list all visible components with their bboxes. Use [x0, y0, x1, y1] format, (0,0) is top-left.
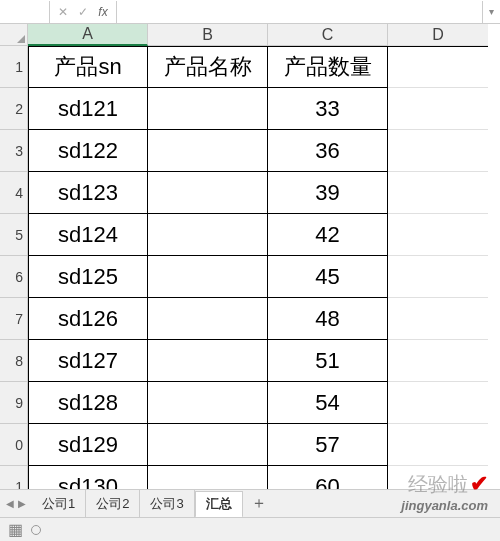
- cell-B[interactable]: [148, 88, 268, 130]
- cell-B[interactable]: [148, 130, 268, 172]
- cell-C[interactable]: 33: [268, 88, 388, 130]
- table-row: 4sd12339: [0, 172, 500, 214]
- table-row: 8sd12751: [0, 340, 500, 382]
- sheet-tab[interactable]: 汇总: [195, 491, 243, 518]
- spreadsheet-grid: A B C D 1产品sn产品名称产品数量2sd121333sd122364sd…: [0, 24, 500, 508]
- select-all-corner[interactable]: [0, 24, 28, 46]
- sheet-tab[interactable]: 公司2: [86, 490, 140, 517]
- row-header[interactable]: 2: [0, 88, 28, 130]
- cell-A[interactable]: sd128: [28, 382, 148, 424]
- cell-C[interactable]: 36: [268, 130, 388, 172]
- cell-B[interactable]: 产品名称: [148, 46, 268, 88]
- tab-next-icon[interactable]: ▶: [18, 498, 26, 509]
- tab-nav: ◀ ▶: [0, 498, 32, 509]
- row-header[interactable]: 0: [0, 424, 28, 466]
- formula-bar: ✕ ✓ fx ▾: [0, 0, 500, 24]
- cell-C[interactable]: 39: [268, 172, 388, 214]
- table-row: 6sd12545: [0, 256, 500, 298]
- cell-D[interactable]: [388, 130, 488, 172]
- check-icon[interactable]: ✓: [76, 5, 90, 19]
- cell-C[interactable]: 57: [268, 424, 388, 466]
- table-row: 0sd12957: [0, 424, 500, 466]
- formula-input[interactable]: [117, 1, 482, 23]
- cell-A[interactable]: sd121: [28, 88, 148, 130]
- table-row: 1产品sn产品名称产品数量: [0, 46, 500, 88]
- sheet-tabs: 公司1公司2公司3汇总: [32, 490, 243, 517]
- sheet-tab[interactable]: 公司3: [140, 490, 194, 517]
- col-header-A[interactable]: A: [28, 24, 148, 46]
- cell-B[interactable]: [148, 172, 268, 214]
- cell-A[interactable]: sd126: [28, 298, 148, 340]
- cell-B[interactable]: [148, 424, 268, 466]
- cell-A[interactable]: sd125: [28, 256, 148, 298]
- cell-A[interactable]: sd123: [28, 172, 148, 214]
- table-row: 9sd12854: [0, 382, 500, 424]
- sheet-tab-bar: ◀ ▶ 公司1公司2公司3汇总 ＋: [0, 489, 500, 517]
- record-macro-icon[interactable]: [31, 525, 41, 535]
- cell-C[interactable]: 产品数量: [268, 46, 388, 88]
- cancel-icon[interactable]: ✕: [56, 5, 70, 19]
- cell-D[interactable]: [388, 382, 488, 424]
- cell-C[interactable]: 45: [268, 256, 388, 298]
- cell-B[interactable]: [148, 298, 268, 340]
- tab-prev-icon[interactable]: ◀: [6, 498, 14, 509]
- cell-D[interactable]: [388, 256, 488, 298]
- row-header[interactable]: 3: [0, 130, 28, 172]
- table-row: 3sd12236: [0, 130, 500, 172]
- cell-A[interactable]: sd122: [28, 130, 148, 172]
- name-box[interactable]: [0, 1, 50, 23]
- cell-A[interactable]: 产品sn: [28, 46, 148, 88]
- column-headers: A B C D: [0, 24, 500, 46]
- cell-B[interactable]: [148, 340, 268, 382]
- cell-C[interactable]: 54: [268, 382, 388, 424]
- cell-D[interactable]: [388, 88, 488, 130]
- row-header[interactable]: 7: [0, 298, 28, 340]
- cell-D[interactable]: [388, 298, 488, 340]
- cell-C[interactable]: 48: [268, 298, 388, 340]
- cell-C[interactable]: 51: [268, 340, 388, 382]
- table-row: 5sd12442: [0, 214, 500, 256]
- col-header-B[interactable]: B: [148, 24, 268, 46]
- col-header-D[interactable]: D: [388, 24, 488, 46]
- table-row: 7sd12648: [0, 298, 500, 340]
- table-row: 2sd12133: [0, 88, 500, 130]
- row-header[interactable]: 4: [0, 172, 28, 214]
- cell-B[interactable]: [148, 382, 268, 424]
- cell-D[interactable]: [388, 424, 488, 466]
- row-header[interactable]: 9: [0, 382, 28, 424]
- row-header[interactable]: 1: [0, 46, 28, 88]
- cell-D[interactable]: [388, 340, 488, 382]
- cell-B[interactable]: [148, 256, 268, 298]
- formula-bar-buttons: ✕ ✓ fx: [50, 1, 117, 23]
- cell-B[interactable]: [148, 214, 268, 256]
- cell-D[interactable]: [388, 214, 488, 256]
- row-header[interactable]: 5: [0, 214, 28, 256]
- cell-A[interactable]: sd129: [28, 424, 148, 466]
- fx-icon[interactable]: fx: [96, 5, 110, 19]
- expand-formula-icon[interactable]: ▾: [482, 1, 500, 23]
- cell-A[interactable]: sd124: [28, 214, 148, 256]
- row-header[interactable]: 8: [0, 340, 28, 382]
- add-sheet-button[interactable]: ＋: [243, 493, 275, 514]
- cell-D[interactable]: [388, 172, 488, 214]
- ready-icon: ▦: [8, 520, 23, 539]
- cell-D[interactable]: [388, 46, 488, 88]
- row-header[interactable]: 6: [0, 256, 28, 298]
- cell-C[interactable]: 42: [268, 214, 388, 256]
- col-header-C[interactable]: C: [268, 24, 388, 46]
- cell-A[interactable]: sd127: [28, 340, 148, 382]
- status-bar: ▦: [0, 517, 500, 541]
- sheet-tab[interactable]: 公司1: [32, 490, 86, 517]
